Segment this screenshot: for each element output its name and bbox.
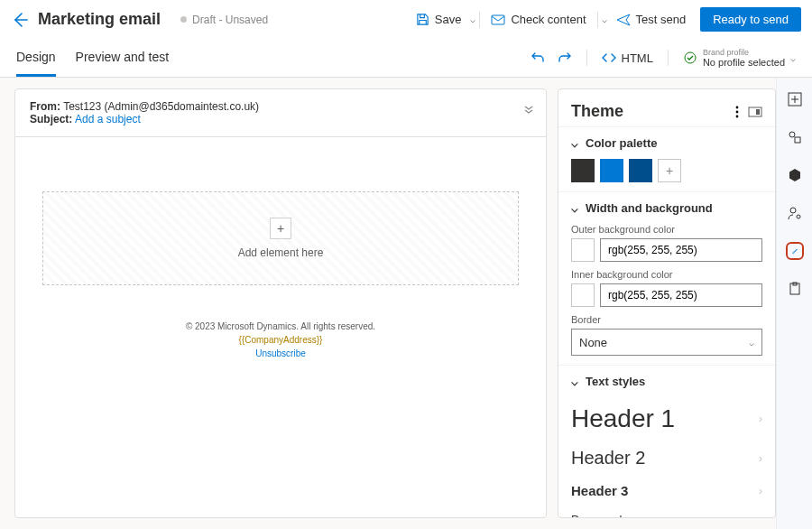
arrow-left-icon bbox=[11, 11, 29, 29]
test-send-label: Test send bbox=[636, 13, 687, 26]
rail-assets[interactable] bbox=[786, 280, 804, 298]
text-style-h2[interactable]: Header 2 › bbox=[571, 441, 762, 476]
chevron-right-icon: › bbox=[759, 514, 762, 518]
redo-icon bbox=[558, 51, 572, 65]
border-select[interactable]: None ⌵ bbox=[571, 329, 762, 356]
html-label: HTML bbox=[622, 51, 653, 65]
plus-icon: + bbox=[270, 218, 291, 239]
outer-bg-swatch[interactable] bbox=[571, 238, 595, 262]
h3-sample: Header 3 bbox=[571, 483, 628, 498]
chevron-down-icon: ⌵ bbox=[749, 338, 754, 348]
chevron-down-icon: ⌵ bbox=[571, 375, 578, 388]
badge-check-icon bbox=[683, 51, 697, 65]
unsubscribe-link[interactable]: Unsubscribe bbox=[186, 347, 375, 360]
ready-to-send-button[interactable]: Ready to send bbox=[700, 7, 801, 32]
chevron-right-icon: › bbox=[759, 413, 762, 425]
redo-button[interactable] bbox=[558, 51, 572, 65]
palette-swatch-2[interactable] bbox=[600, 159, 623, 182]
svg-point-8 bbox=[789, 132, 795, 137]
check-content-button[interactable]: Check content bbox=[484, 8, 593, 31]
rail-personalize[interactable] bbox=[786, 204, 804, 222]
color-palette-label: Color palette bbox=[586, 136, 657, 150]
shapes-icon bbox=[788, 130, 802, 144]
color-palette-section-toggle[interactable]: ⌵ Color palette bbox=[571, 136, 762, 150]
hex-icon bbox=[788, 168, 802, 182]
save-label: Save bbox=[435, 13, 462, 26]
svg-rect-9 bbox=[795, 137, 800, 143]
svg-point-1 bbox=[685, 52, 696, 63]
expand-panel-button[interactable] bbox=[748, 107, 762, 117]
separator bbox=[479, 12, 480, 28]
inner-bg-swatch[interactable] bbox=[571, 283, 595, 307]
text-style-paragraph[interactable]: Paragraph › bbox=[571, 506, 762, 517]
rail-theme[interactable] bbox=[786, 242, 804, 260]
svg-point-4 bbox=[736, 115, 739, 117]
person-settings-icon bbox=[788, 206, 802, 220]
theme-panel: Theme ⌵ Color palette + bbox=[558, 88, 776, 518]
width-background-section-toggle[interactable]: ⌵ Width and background bbox=[571, 201, 762, 215]
save-button[interactable]: Save bbox=[409, 8, 469, 31]
text-styles-label: Text styles bbox=[586, 375, 645, 388]
draft-status: Draft - Unsaved bbox=[180, 14, 268, 26]
save-icon bbox=[416, 13, 429, 26]
clipboard-icon bbox=[788, 282, 802, 296]
more-options-button[interactable] bbox=[735, 106, 739, 118]
check-content-label: Check content bbox=[511, 13, 586, 26]
email-footer: © 2023 Microsoft Dynamics. All rights re… bbox=[186, 320, 375, 360]
chevron-right-icon: › bbox=[759, 485, 762, 497]
expand-icon bbox=[748, 107, 762, 117]
collapse-header-button[interactable] bbox=[522, 102, 535, 115]
code-icon bbox=[602, 51, 616, 64]
tab-design[interactable]: Design bbox=[16, 40, 56, 77]
send-icon bbox=[616, 14, 631, 26]
test-send-button[interactable]: Test send bbox=[609, 8, 694, 31]
save-chevron[interactable]: ⌵ bbox=[470, 14, 475, 24]
svg-rect-0 bbox=[492, 15, 504, 24]
chevron-down-icon: ⌵ bbox=[571, 136, 578, 150]
chevron-down-icon: ⌵ bbox=[571, 201, 578, 215]
footer-rights: © 2023 Microsoft Dynamics. All rights re… bbox=[186, 320, 375, 333]
check-chevron[interactable]: ⌵ bbox=[602, 14, 607, 24]
footer-company-token: {{CompanyAddress}} bbox=[186, 333, 375, 347]
svg-rect-6 bbox=[756, 109, 760, 115]
brand-profile-selector[interactable]: Brand profile No profile selected ⌵ bbox=[683, 49, 796, 69]
chevron-right-icon: › bbox=[759, 452, 762, 465]
p-sample: Paragraph bbox=[571, 513, 626, 517]
outer-bg-label: Outer background color bbox=[571, 224, 762, 235]
h1-sample: Header 1 bbox=[571, 404, 675, 433]
rail-layout[interactable] bbox=[786, 128, 804, 146]
rail-settings[interactable] bbox=[786, 166, 804, 184]
add-square-icon bbox=[788, 92, 802, 107]
palette-swatch-3[interactable] bbox=[629, 159, 652, 182]
add-swatch-button[interactable]: + bbox=[658, 159, 681, 182]
email-header: From: Test123 (Admin@d365domaintest.co.u… bbox=[15, 89, 546, 137]
status-text: Draft - Unsaved bbox=[192, 14, 268, 26]
paint-brush-icon bbox=[791, 244, 798, 258]
outer-bg-input[interactable] bbox=[600, 238, 762, 262]
more-vertical-icon bbox=[735, 106, 739, 118]
add-subject-link[interactable]: Add a subject bbox=[75, 113, 141, 125]
rail-add-element[interactable] bbox=[786, 90, 804, 108]
inner-bg-input[interactable] bbox=[600, 283, 762, 307]
mail-check-icon bbox=[491, 14, 505, 26]
text-style-h1[interactable]: Header 1 › bbox=[571, 397, 762, 441]
separator bbox=[597, 12, 598, 28]
svg-point-10 bbox=[790, 208, 796, 213]
svg-point-2 bbox=[736, 106, 739, 108]
inner-bg-label: Inner background color bbox=[571, 269, 762, 280]
add-element-dropzone[interactable]: + Add element here bbox=[42, 191, 519, 285]
tab-preview[interactable]: Preview and test bbox=[76, 40, 170, 77]
double-chevron-icon bbox=[522, 102, 535, 115]
h2-sample: Header 2 bbox=[571, 448, 645, 469]
status-dot-icon bbox=[180, 16, 187, 23]
separator bbox=[586, 50, 587, 66]
back-button[interactable] bbox=[11, 11, 29, 29]
html-view-button[interactable]: HTML bbox=[602, 51, 653, 65]
subject-label: Subject: bbox=[30, 113, 72, 125]
brand-profile-value: No profile selected bbox=[703, 57, 785, 68]
palette-swatch-1[interactable] bbox=[571, 159, 595, 182]
undo-button[interactable] bbox=[531, 51, 545, 65]
text-styles-section-toggle[interactable]: ⌵ Text styles bbox=[571, 375, 762, 388]
email-canvas: From: Test123 (Admin@d365domaintest.co.u… bbox=[14, 88, 547, 518]
text-style-h3[interactable]: Header 3 › bbox=[571, 476, 762, 506]
